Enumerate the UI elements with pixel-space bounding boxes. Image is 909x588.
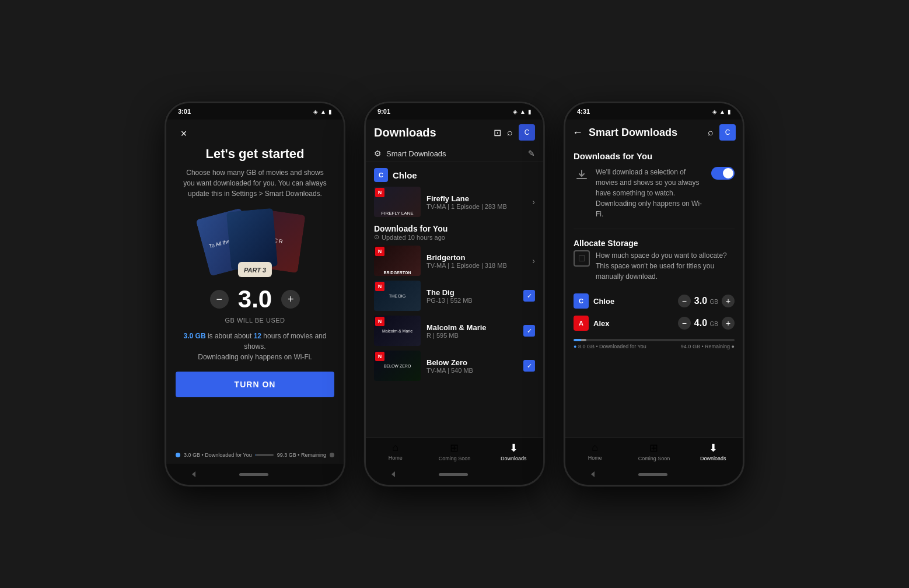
back-button[interactable]: ← xyxy=(572,127,583,139)
downloads-label-3: Downloads xyxy=(700,456,726,461)
dfy-toggle-row: We'll download a selection of movies and… xyxy=(574,167,735,229)
dfy-toggle[interactable] xyxy=(711,167,735,180)
bar-left-label: ● 8.0 GB • Downloaded for You xyxy=(574,344,646,349)
marie-meta: R | 595 MB xyxy=(426,332,518,339)
battery-icon-2: ▮ xyxy=(528,108,532,115)
nav-downloads-3[interactable]: ⬇ Downloads xyxy=(684,442,743,461)
signal-icon-3: ▲ xyxy=(719,108,725,115)
movie-card-2 xyxy=(226,208,278,271)
increase-button[interactable]: + xyxy=(281,290,300,309)
back-nav-2[interactable] xyxy=(388,471,395,477)
cast-icon[interactable]: ⊡ xyxy=(494,127,501,138)
alex-increase[interactable]: + xyxy=(722,317,735,330)
bridgerton-thumb: N BRIDGERTON xyxy=(374,246,421,276)
alex-initial: A xyxy=(579,320,583,327)
dfy-updated-text: Updated 10 hours ago xyxy=(382,234,445,241)
marie-item[interactable]: N Malcolm & Marie Malcolm & Marie R | 59… xyxy=(366,313,543,348)
decrease-button[interactable]: − xyxy=(210,290,229,309)
chloe-avatar: C xyxy=(374,168,388,182)
movie-cards: To All the Boys C R PART 3 xyxy=(197,207,313,277)
netflix-n-2: N xyxy=(378,249,382,254)
coming-label-3: Coming Soon xyxy=(638,456,670,461)
home-label-3: Home xyxy=(588,455,602,461)
bar-dot-remaining xyxy=(330,453,334,457)
nav-coming-3[interactable]: ⊞ Coming Soon xyxy=(624,442,683,461)
bridgerton-item[interactable]: N BRIDGERTON Bridgerton TV-MA | 1 Episod… xyxy=(366,243,543,278)
nav-home-3[interactable]: ⌂ Home xyxy=(565,442,624,461)
chloe-storage-ctrl: − 3.0 GB + xyxy=(678,295,735,307)
zero-item[interactable]: N BELOW ZERO Below Zero TV-MA | 540 MB ✓ xyxy=(366,348,543,383)
time-3: 4:31 xyxy=(577,108,590,115)
profile-icon-3[interactable]: C xyxy=(719,124,736,141)
status-icons-1: ◈ ▲ ▮ xyxy=(313,108,332,115)
dfy-section: Downloads for You ⊙ Updated 10 hours ago xyxy=(366,219,543,243)
bridgerton-info: Bridgerton TV-MA | 1 Episode | 318 MB xyxy=(426,253,526,269)
search-icon[interactable]: ⌕ xyxy=(507,127,513,138)
close-button[interactable]: × xyxy=(176,125,192,142)
screen3-container: ← Smart Downloads ⌕ C Downloads for You … xyxy=(565,120,743,464)
storage-info-2: is about xyxy=(208,332,232,340)
home-pill[interactable] xyxy=(239,473,268,476)
chloe-initial: C xyxy=(379,172,383,178)
part3-card: PART 3 xyxy=(238,262,272,277)
phone-1: 3:01 ◈ ▲ ▮ × Let's get started Choose ho… xyxy=(165,102,345,487)
storage-bar: 3.0 GB • Downloaded for You 99.3 GB • Re… xyxy=(176,452,334,458)
firefly-lane-item[interactable]: N FIREFLY LANE Firefly Lane TV-MA | 1 Ep… xyxy=(366,184,543,219)
screen-2: Downloads ⊡ ⌕ C ⚙ Smart Downloads ✎ C xyxy=(366,120,543,464)
coming-icon-3: ⊞ xyxy=(649,442,658,454)
bottom-nav-3: ⌂ Home ⊞ Coming Soon ⬇ Downloads xyxy=(565,438,743,464)
phone-3: 4:31 ◈ ▲ ▮ ← Smart Downloads ⌕ C Downloa… xyxy=(564,102,744,487)
storage-icon: ☐ xyxy=(574,250,590,267)
marie-check[interactable]: ✓ xyxy=(523,325,535,337)
card-bg-2 xyxy=(226,208,278,271)
bar-dot-right: ● xyxy=(732,344,735,349)
firefly-chevron: › xyxy=(532,197,535,206)
screen1-subtitle: Choose how many GB of movies and shows y… xyxy=(176,167,334,199)
total-bar-fill xyxy=(574,339,586,341)
allocate-section: Allocate Storage ☐ How much space do you… xyxy=(574,239,735,349)
back-nav[interactable] xyxy=(188,471,195,477)
back-nav-3[interactable] xyxy=(588,471,595,477)
nav-coming-2[interactable]: ⊞ Coming Soon xyxy=(425,442,484,461)
phone-2: 9:01 ◈ ▲ ▮ Downloads ⊡ ⌕ C ⚙ Smart Down xyxy=(364,102,545,487)
smart-dl-header: ← Smart Downloads ⌕ C xyxy=(565,120,743,145)
netflix-badge-2: N xyxy=(375,247,384,256)
chloe-increase[interactable]: + xyxy=(722,295,735,307)
chloe-decrease[interactable]: − xyxy=(678,295,691,307)
home-pill-3[interactable] xyxy=(638,473,667,476)
turn-on-button[interactable]: TURN ON xyxy=(176,372,334,397)
bottom-nav-2: ⌂ Home ⊞ Coming Soon ⬇ Downloads xyxy=(366,438,543,464)
search-icon-3[interactable]: ⌕ xyxy=(708,127,714,138)
zero-title: Below Zero xyxy=(426,358,518,367)
nav-downloads-2[interactable]: ⬇ Downloads xyxy=(484,442,543,461)
home-pill-2[interactable] xyxy=(439,473,468,476)
battery-icon-3: ▮ xyxy=(728,108,731,115)
storage-value: 3.0 xyxy=(238,285,272,313)
chloe-initial-sm: C xyxy=(579,298,583,304)
smart-downloads-row[interactable]: ⚙ Smart Downloads ✎ xyxy=(366,145,543,162)
wifi-icon: ◈ xyxy=(313,108,318,115)
screen1-container: × Let's get started Choose how many GB o… xyxy=(166,120,344,464)
storage-row: − 3.0 + xyxy=(210,285,300,313)
bar-right-text: 94.0 GB • Remaining xyxy=(681,344,732,349)
dig-item[interactable]: N THE DIG The Dig PG-13 | 552 MB ✓ xyxy=(366,278,543,313)
screen-1: × Let's get started Choose how many GB o… xyxy=(166,120,344,464)
nav-home-2[interactable]: ⌂ Home xyxy=(366,442,425,461)
dig-thumb: N THE DIG xyxy=(374,281,421,311)
allocate-row: ☐ How much space do you want to allocate… xyxy=(574,250,735,282)
dfy-updated: ⊙ Updated 10 hours ago xyxy=(374,233,535,241)
profile-icon[interactable]: C xyxy=(519,124,535,141)
zero-meta: TV-MA | 540 MB xyxy=(426,367,518,374)
time-1: 3:01 xyxy=(178,108,191,115)
bar-right-label: 94.0 GB • Remaining ● xyxy=(681,344,735,349)
total-bar-track xyxy=(574,339,735,341)
bar-left-text: 8.0 GB • Downloaded for You xyxy=(578,344,646,349)
alex-decrease[interactable]: − xyxy=(678,317,691,330)
home-icon-3: ⌂ xyxy=(592,442,598,454)
dig-meta: PG-13 | 552 MB xyxy=(426,297,518,304)
edit-icon[interactable]: ✎ xyxy=(528,149,535,158)
screen2-container: Downloads ⊡ ⌕ C ⚙ Smart Downloads ✎ C xyxy=(366,120,543,464)
firefly-title: Firefly Lane xyxy=(426,194,526,203)
zero-check[interactable]: ✓ xyxy=(523,360,535,372)
dig-check[interactable]: ✓ xyxy=(523,290,535,302)
